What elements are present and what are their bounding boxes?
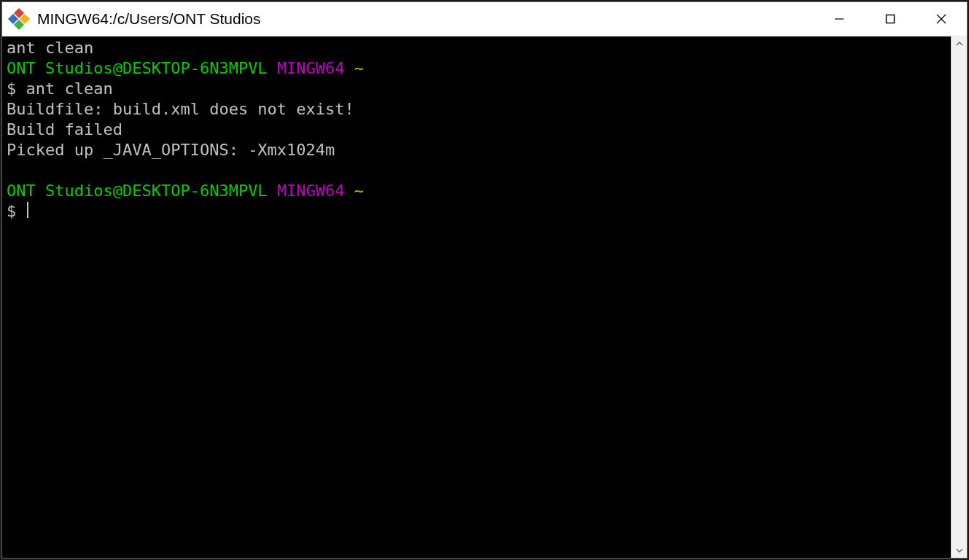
cursor-icon	[27, 202, 28, 218]
client-area: ant clean ONT Studios@DESKTOP-6N3MPVL MI…	[2, 36, 967, 558]
app-icon	[2, 9, 36, 28]
prompt-user: ONT Studios@DESKTOP-6N3MPVL	[7, 182, 268, 200]
terminal-output[interactable]: ant clean ONT Studios@DESKTOP-6N3MPVL MI…	[2, 36, 951, 558]
terminal-window: MINGW64:/c/Users/ONT Studios ant clean O…	[2, 2, 967, 558]
terminal-line: Buildfile: build.xml does not exist!	[7, 100, 354, 118]
prompt-env: MINGW64	[277, 182, 345, 200]
mingw-logo-icon	[9, 9, 28, 28]
prompt-symbol: $	[7, 79, 16, 98]
window-title: MINGW64:/c/Users/ONT Studios	[36, 10, 814, 28]
scroll-down-button[interactable]	[952, 543, 967, 558]
terminal-line: ant clean	[7, 39, 93, 57]
titlebar[interactable]: MINGW64:/c/Users/ONT Studios	[2, 2, 967, 36]
maximize-button[interactable]	[865, 2, 916, 36]
scroll-up-button[interactable]	[952, 36, 967, 51]
prompt-user: ONT Studios@DESKTOP-6N3MPVL	[7, 59, 268, 77]
svg-rect-1	[887, 15, 895, 23]
terminal-line: Build failed	[7, 120, 122, 139]
chevron-up-icon	[956, 40, 963, 47]
command-text: ant clean	[26, 79, 113, 98]
vertical-scrollbar[interactable]	[951, 36, 967, 558]
terminal-line: Picked up _JAVA_OPTIONS: -Xmx1024m	[7, 141, 335, 159]
chevron-down-icon	[956, 547, 963, 554]
prompt-symbol: $	[7, 202, 16, 220]
window-controls	[814, 2, 967, 36]
prompt-env: MINGW64	[277, 59, 345, 77]
prompt-path: ~	[354, 182, 364, 200]
close-button[interactable]	[916, 2, 967, 36]
minimize-button[interactable]	[814, 2, 865, 36]
prompt-path: ~	[354, 59, 364, 77]
